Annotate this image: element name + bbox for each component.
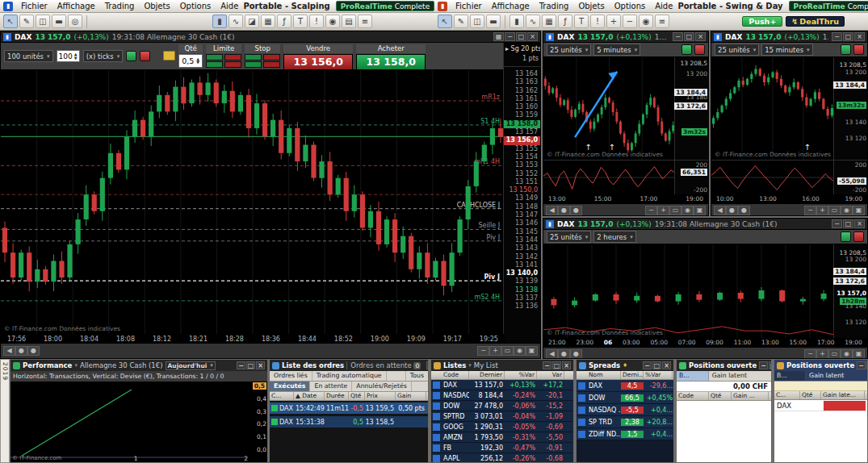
menu-options[interactable]: Options: [175, 0, 216, 12]
maximize-button[interactable]: □: [246, 361, 255, 369]
menu-affichage[interactable]: Affichage: [487, 0, 535, 12]
column-header[interactable]: Prix: [365, 392, 396, 400]
quote-row[interactable]: AAPL256,12-0,26%-0,68: [431, 453, 573, 462]
minimize-button[interactable]: −: [832, 32, 842, 41]
column-header[interactable]: Code: [442, 371, 469, 379]
zoom-in-icon[interactable]: +: [489, 346, 501, 356]
timeframe-select[interactable]: (x) ticks▾: [83, 50, 124, 62]
fit-icon[interactable]: ▭: [669, 206, 681, 215]
column-header[interactable]: C...: [270, 392, 294, 400]
zoom-out-icon[interactable]: −: [804, 349, 816, 359]
buy-stop-button[interactable]: [245, 54, 262, 60]
line-chart-icon[interactable]: ∿: [229, 15, 243, 28]
close-button[interactable]: ×: [854, 32, 865, 41]
zoom-in-icon[interactable]: +: [816, 349, 828, 359]
workspace-title-right[interactable]: Portable - Swing & Day: [677, 2, 782, 10]
column-header[interactable]: Qté: [349, 392, 365, 400]
candlestick-icon[interactable]: ▮: [509, 15, 524, 28]
column-header[interactable]: Gain ...: [732, 392, 769, 400]
column-header[interactable]: Dernier: [469, 371, 505, 379]
chart-2h-plot[interactable]: © IT-Finance.com Données indicatives 13 …: [543, 244, 867, 338]
account-icon[interactable]: ●: [15, 346, 27, 356]
minimize-button[interactable]: −: [643, 361, 652, 369]
column-header[interactable]: Code: [677, 392, 709, 400]
price-axis[interactable]: 13 208,513 20013 184,413m32s13 14013 120: [833, 57, 867, 160]
minimize-button[interactable]: −: [426, 361, 428, 369]
sell-limit-button-2[interactable]: [224, 61, 241, 68]
units-select[interactable]: 25 unités▾: [547, 231, 591, 243]
camera-icon[interactable]: ◉: [325, 15, 340, 28]
menu-options[interactable]: Options: [610, 0, 651, 12]
back-icon[interactable]: ◀: [714, 206, 726, 215]
buy-mode-button[interactable]: [681, 44, 692, 55]
spreads-titlebar[interactable]: Spreads ♦ −□×: [577, 360, 673, 371]
menu-affichage[interactable]: Affichage: [52, 0, 100, 12]
cursor-icon[interactable]: ↖: [438, 15, 452, 28]
account-icon[interactable]: ●: [738, 206, 750, 215]
menu-objets[interactable]: Objets: [573, 0, 609, 12]
back-icon[interactable]: ◀: [546, 349, 558, 359]
column-header[interactable]: Derni...: [621, 371, 644, 379]
spread-row[interactable]: DOW66,5+0,45%: [577, 392, 673, 404]
ticks-count-input[interactable]: 100▲▼: [57, 50, 80, 62]
quote-row[interactable]: FB192,30-0,47%-0,91: [431, 443, 573, 453]
orders-state-tab[interactable]: Annulés/Rejetés: [352, 382, 412, 391]
star-icon[interactable]: ♦: [623, 362, 627, 369]
price-axis[interactable]: 13 208,513 20013 184,413 172,613 157,01h…: [833, 244, 867, 338]
detach-icon[interactable]: ▣: [853, 206, 865, 215]
orders-titlebar[interactable]: Liste des ordres Ordres en attente 0 −□×: [270, 360, 428, 371]
close-button[interactable]: ×: [662, 361, 671, 369]
positions-2-titlebar[interactable]: Positions ouverte −□×: [774, 360, 867, 371]
orders-state-tab[interactable]: En attente: [310, 382, 352, 391]
quantity-input[interactable]: 0,5▲▼: [178, 54, 203, 68]
fit-icon[interactable]: ▭: [828, 206, 841, 215]
close-button[interactable]: ×: [256, 361, 265, 369]
buy-limit-button-2[interactable]: [206, 61, 223, 68]
watchlist-titlebar[interactable]: Listes ▾ My List −□×: [431, 360, 573, 371]
chevron-down-icon[interactable]: ▾: [74, 362, 78, 369]
maximize-button[interactable]: □: [552, 361, 561, 369]
chart-5m-indicator[interactable]: 200-20066,351: [543, 160, 708, 194]
dealthru-button-right[interactable]: ↯DealThru: [786, 16, 845, 27]
units-select[interactable]: 100 unités▾: [4, 50, 53, 62]
minimize-button[interactable]: −: [759, 361, 768, 369]
text-icon[interactable]: T: [293, 15, 308, 28]
chart-15m-titlebar[interactable]: ▮ DAX 13 157,0 (+0,13%) 19:31:08 Allemag…: [711, 31, 867, 43]
sell-button[interactable]: 13 156,0: [283, 54, 353, 70]
column-header[interactable]: Gain: [396, 392, 426, 400]
sell-mode-button[interactable]: [694, 44, 705, 55]
sell-mode-button[interactable]: [853, 232, 864, 242]
detach-icon[interactable]: ▣: [694, 206, 706, 215]
sell-mode-button[interactable]: [853, 44, 864, 55]
column-header[interactable]: Qté: [800, 391, 821, 399]
account-icon[interactable]: ●: [726, 206, 738, 215]
stepper-icons[interactable]: ▲▼: [74, 52, 78, 60]
watchlist-name[interactable]: My List: [474, 361, 498, 369]
tab-order-list[interactable]: Liste des ordres: [282, 361, 344, 369]
screenshot-icon[interactable]: ◉: [841, 349, 853, 359]
chart-5m-plot[interactable]: ↑↑© IT-Finance.com Données indicatives 1…: [543, 57, 708, 160]
column-header[interactable]: Nom: [587, 371, 621, 379]
zoom-in-icon[interactable]: +: [606, 15, 621, 28]
timeframe-select[interactable]: 15 minutes▾: [761, 44, 812, 56]
buy-stop-button-2[interactable]: [245, 61, 262, 68]
column-header[interactable]: Var: [537, 371, 564, 379]
stepper-down-icon[interactable]: ▼: [74, 56, 78, 60]
layout-icon[interactable]: ▦: [542, 15, 556, 28]
menu-trading[interactable]: Trading: [100, 0, 140, 12]
timeframe-select[interactable]: 2 heures▾: [593, 231, 636, 243]
units-select[interactable]: 25 unités▾: [547, 44, 591, 56]
quote-row[interactable]: GOOG1 290,31-0,05%-0,69: [431, 422, 573, 432]
minimize-button[interactable]: −: [673, 32, 683, 41]
pencil-icon[interactable]: ✎: [454, 15, 468, 28]
buy-mode-button[interactable]: [126, 51, 136, 61]
maximize-button[interactable]: □: [843, 32, 853, 41]
screenshot-icon[interactable]: ◉: [514, 346, 526, 356]
performance-plot[interactable]: 0,50,40,30,20,10,0 1 2 © IT-Finance.com: [10, 382, 267, 462]
zoom-out-icon[interactable]: −: [623, 15, 637, 28]
quote-row[interactable]: DOW27 478,0-0,06%-15,2: [431, 401, 573, 411]
minimize-button[interactable]: −: [857, 361, 866, 369]
minimize-button[interactable]: −: [832, 219, 842, 228]
fit-icon[interactable]: ▭: [501, 346, 514, 356]
tab-b[interactable]: B...: [774, 371, 806, 381]
